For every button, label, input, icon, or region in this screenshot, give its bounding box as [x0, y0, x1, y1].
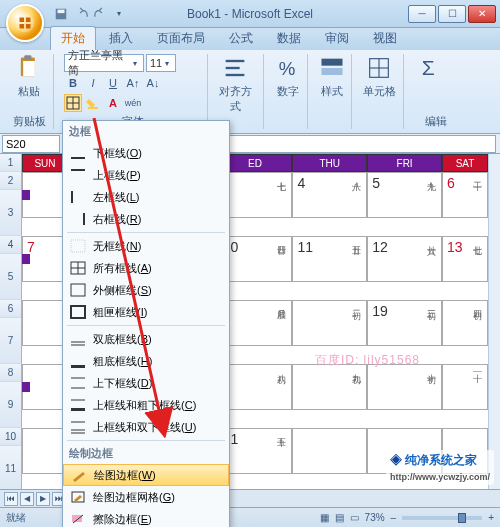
- border-menu-item[interactable]: 右框线(R): [63, 208, 229, 230]
- calendar-cell[interactable]: 初四: [442, 300, 488, 346]
- tab-review[interactable]: 审阅: [314, 26, 360, 50]
- border-menu-item[interactable]: 外侧框线(S): [63, 279, 229, 301]
- italic-button[interactable]: I: [84, 74, 102, 92]
- grow-font-button[interactable]: A↑: [124, 74, 142, 92]
- zoom-out-button[interactable]: –: [391, 512, 397, 523]
- svg-text:Σ: Σ: [422, 56, 435, 79]
- tab-home[interactable]: 开始: [50, 26, 96, 50]
- tab-data[interactable]: 数据: [266, 26, 312, 50]
- tab-formulas[interactable]: 公式: [218, 26, 264, 50]
- tab-pagelayout[interactable]: 页面布局: [146, 26, 216, 50]
- border-menu-item[interactable]: 所有框线(A): [63, 257, 229, 279]
- calendar-cell[interactable]: 19初三: [367, 300, 442, 346]
- row-header[interactable]: 4: [0, 236, 21, 254]
- day-header-fri: FRI: [367, 154, 442, 172]
- calendar-cell[interactable]: [367, 428, 442, 474]
- zoom-slider[interactable]: [402, 516, 482, 520]
- paste-button[interactable]: 粘贴: [12, 54, 46, 99]
- view-layout-icon[interactable]: ▤: [335, 512, 344, 523]
- border-menu-item[interactable]: 粗匣框线(I): [63, 301, 229, 323]
- border-menu-item[interactable]: 双底框线(B): [63, 328, 229, 350]
- save-icon[interactable]: [54, 7, 68, 21]
- sheet-nav-first[interactable]: ⏮: [4, 492, 18, 506]
- calendar-cell[interactable]: [442, 428, 488, 474]
- calendar-cell[interactable]: 6二十: [442, 172, 488, 218]
- zoom-level[interactable]: 73%: [365, 512, 385, 523]
- svg-rect-20: [71, 157, 85, 159]
- calendar-cell[interactable]: [292, 428, 367, 474]
- row-header[interactable]: 8: [0, 364, 21, 382]
- border-menu-item[interactable]: 上框线和粗下框线(C): [63, 394, 229, 416]
- border-menu-item[interactable]: 上下框线(D): [63, 372, 229, 394]
- styles-button[interactable]: 样式: [318, 54, 346, 99]
- close-button[interactable]: ✕: [468, 5, 496, 23]
- border-menu-item[interactable]: 下框线(O): [63, 142, 229, 164]
- number-button[interactable]: %数字: [274, 54, 302, 99]
- row-header[interactable]: 3: [0, 190, 21, 236]
- calendar-cell[interactable]: 12廿六: [367, 236, 442, 282]
- row-header[interactable]: 10: [0, 428, 21, 446]
- undo-icon[interactable]: [74, 7, 88, 21]
- view-normal-icon[interactable]: ▦: [320, 512, 329, 523]
- borders-button[interactable]: [64, 94, 82, 112]
- row-header[interactable]: 1: [0, 154, 21, 172]
- borders-dropdown-menu: 边框 下框线(O)上框线(P)左框线(L)右框线(R) 无框线(N)所有框线(A…: [62, 120, 230, 527]
- calendar-cell[interactable]: 十一: [442, 364, 488, 410]
- view-break-icon[interactable]: ▭: [350, 512, 359, 523]
- border-menu-item[interactable]: 粗底框线(H): [63, 350, 229, 372]
- sheet-nav-next[interactable]: ▶: [36, 492, 50, 506]
- minimize-button[interactable]: ─: [408, 5, 436, 23]
- underline-button[interactable]: U: [104, 74, 122, 92]
- shrink-font-button[interactable]: A↓: [144, 74, 162, 92]
- menu-section-draw: 绘制边框: [63, 443, 229, 464]
- border-type-icon: [69, 419, 87, 435]
- phonetic-button[interactable]: wén: [124, 94, 142, 112]
- row-header[interactable]: 2: [0, 172, 21, 190]
- border-menu-item[interactable]: 擦除边框(E): [63, 508, 229, 527]
- border-type-icon: [69, 145, 87, 161]
- border-menu-item[interactable]: 上框线和双下框线(U): [63, 416, 229, 438]
- bold-button[interactable]: B: [64, 74, 82, 92]
- calendar-cell[interactable]: 初九: [292, 364, 367, 410]
- row-header[interactable]: 7: [0, 318, 21, 364]
- border-menu-item[interactable]: 上框线(P): [63, 164, 229, 186]
- svg-rect-21: [71, 169, 85, 171]
- sheet-nav-prev[interactable]: ◀: [20, 492, 34, 506]
- editing-button[interactable]: Σ: [414, 54, 448, 84]
- calendar-cell[interactable]: 13廿七: [442, 236, 488, 282]
- tab-insert[interactable]: 插入: [98, 26, 144, 50]
- row-header[interactable]: 9: [0, 382, 21, 428]
- alignment-button[interactable]: 对齐方式: [218, 54, 252, 114]
- svg-rect-32: [71, 365, 85, 368]
- redo-icon[interactable]: [94, 7, 108, 21]
- svg-rect-5: [24, 55, 31, 60]
- border-type-icon: [70, 467, 88, 483]
- tab-view[interactable]: 视图: [362, 26, 408, 50]
- svg-rect-41: [72, 515, 82, 522]
- vertical-scrollbar[interactable]: [488, 154, 500, 489]
- font-name-combo[interactable]: 方正兰亭黑简▾: [64, 54, 144, 72]
- font-color-button[interactable]: A: [104, 94, 122, 112]
- border-menu-item[interactable]: 绘图边框(W): [63, 464, 229, 486]
- row-header[interactable]: 6: [0, 300, 21, 318]
- calendar-cell[interactable]: 4十八: [292, 172, 367, 218]
- border-menu-item[interactable]: 无框线(N): [63, 235, 229, 257]
- name-box[interactable]: S20: [2, 135, 60, 153]
- office-orb-button[interactable]: [6, 4, 44, 42]
- calendar-cell[interactable]: 5十九: [367, 172, 442, 218]
- zoom-in-button[interactable]: +: [488, 512, 494, 523]
- calendar-cell[interactable]: 初二: [292, 300, 367, 346]
- fill-color-button[interactable]: [84, 94, 102, 112]
- row-header[interactable]: 5: [0, 254, 21, 300]
- maximize-button[interactable]: ☐: [438, 5, 466, 23]
- font-size-combo[interactable]: 11▾: [146, 54, 176, 72]
- purple-marker: [22, 254, 30, 264]
- cells-button[interactable]: 单元格: [362, 54, 396, 99]
- calendar-cell[interactable]: 初十: [367, 364, 442, 410]
- border-menu-item[interactable]: 绘图边框网格(G): [63, 486, 229, 508]
- row-header[interactable]: 11: [0, 446, 21, 489]
- calendar-cell[interactable]: 11廿五: [292, 236, 367, 282]
- border-menu-item[interactable]: 左框线(L): [63, 186, 229, 208]
- qat-more-icon[interactable]: ▾: [114, 9, 124, 18]
- styles-icon: [318, 54, 346, 82]
